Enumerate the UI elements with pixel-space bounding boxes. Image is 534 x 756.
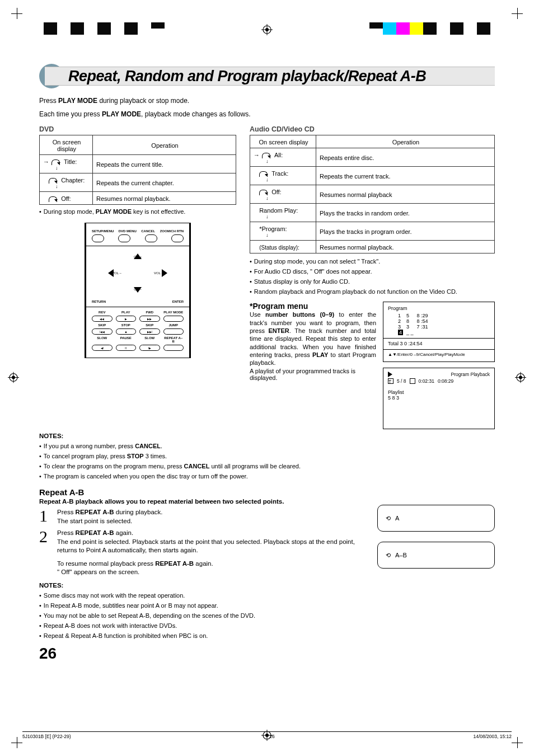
notes2-item: Repeat & Repeat A-B function is prohibit… bbox=[39, 632, 495, 639]
track-icon: T bbox=[388, 378, 394, 384]
cd-note: Status display is only for Audio CD. bbox=[250, 278, 495, 285]
dvd-osd-off: Off: bbox=[40, 192, 93, 205]
notes2-item: You may not be able to set Repeat A-B, d… bbox=[39, 612, 495, 619]
osd-program-box: Program 158 :29 288 :54 337 :31 4_ _ Tot… bbox=[383, 302, 495, 362]
dvd-op-title: Repeats the current title. bbox=[93, 155, 236, 173]
cd-note: During stop mode, you can not select " T… bbox=[250, 258, 495, 265]
svg-point-7 bbox=[12, 375, 15, 379]
repeat-icon: ⟲ bbox=[386, 552, 391, 559]
intro-line-1: Press PLAY MODE during playback or stop … bbox=[39, 96, 495, 105]
step-2: 2 Press REPEAT A-B again. The end point … bbox=[39, 529, 366, 577]
repeat-ab-heading: Repeat A-B bbox=[39, 487, 495, 497]
th-op: Operation bbox=[316, 135, 495, 148]
cd-table: On screen display Operation → All:↓Repea… bbox=[250, 135, 495, 253]
foot-left: 5J10301B [E] (P22-29) bbox=[22, 734, 71, 739]
svg-point-3 bbox=[265, 28, 269, 31]
play-icon bbox=[388, 372, 392, 377]
dvd-heading: DVD bbox=[39, 125, 236, 133]
cd-note: Random playback and Program playback do … bbox=[250, 288, 495, 295]
clock-icon bbox=[410, 378, 415, 384]
th-op: Operation bbox=[93, 135, 236, 155]
registration-target-icon bbox=[8, 372, 19, 384]
svg-point-15 bbox=[265, 734, 269, 737]
cd-note: For Audio CD discs, " Off" does not appe… bbox=[250, 268, 495, 275]
dvd-osd-chapter: Chapter:↓ bbox=[40, 173, 93, 192]
osd-ab-box: ⟲A–B bbox=[377, 542, 495, 569]
dvd-note: During stop mode, PLAY MODE key is not e… bbox=[39, 208, 236, 215]
program-menu-heading: *Program menu bbox=[250, 302, 376, 311]
manual-page: Repeat, Random and Program playback/Repe… bbox=[0, 0, 534, 756]
registration-target-icon bbox=[261, 24, 273, 35]
notes1-item: The program is canceled when you open th… bbox=[39, 473, 495, 480]
repeat-ab-sub: Repeat A-B playback allows you to repeat… bbox=[39, 498, 495, 505]
notes1-item: To cancel program play, press STOP 3 tim… bbox=[39, 453, 495, 459]
dvd-osd-title: → Title:↓ bbox=[40, 155, 93, 173]
notes2-heading: NOTES: bbox=[39, 582, 495, 589]
osd-a-box: ⟲A bbox=[377, 505, 495, 532]
dvd-op-off: Resumes normal playback. bbox=[93, 192, 236, 205]
repeat-icon: ⟲ bbox=[386, 515, 391, 522]
crop-mark bbox=[512, 8, 523, 19]
notes2-item: Repeat A-B does not work with interactiv… bbox=[39, 622, 495, 629]
cd-heading: Audio CD/Video CD bbox=[250, 125, 495, 133]
foot-right: 14/08/2003, 15:12 bbox=[473, 734, 512, 739]
notes2-item: In Repeat A-B mode, subtitles near point… bbox=[39, 602, 495, 609]
crop-mark bbox=[11, 8, 22, 19]
notes1-item: If you put a wrong number, press CANCEL. bbox=[39, 443, 495, 449]
th-osd: On screen display bbox=[40, 135, 93, 155]
dvd-op-chapter: Repeats the current chapter. bbox=[93, 173, 236, 192]
page-title: Repeat, Random and Program playback/Repe… bbox=[39, 64, 495, 88]
registration-target-icon bbox=[261, 730, 273, 743]
heading-text: Repeat, Random and Program playback/Repe… bbox=[68, 68, 426, 85]
program-menu-tail: A playlist of your programmed tracks is … bbox=[250, 368, 376, 381]
notes2-item: Some discs may not work with the repeat … bbox=[39, 592, 495, 599]
registration-bars bbox=[0, 22, 534, 37]
page-content: Repeat, Random and Program playback/Repe… bbox=[39, 64, 495, 663]
remote-illustration: SETUP/MENU DVD MENU CANCEL ZOOM/CH RTN bbox=[85, 223, 191, 358]
step-1: 1 Press REPEAT A-B during playback. The … bbox=[39, 508, 366, 525]
program-menu-body: Use number buttons (0–9) to enter the tr… bbox=[250, 311, 376, 367]
dvd-table: On screen display Operation → Title:↓ Re… bbox=[39, 135, 236, 205]
crop-mark bbox=[512, 737, 523, 748]
page-number: 26 bbox=[39, 645, 495, 663]
registration-target-icon bbox=[515, 372, 526, 384]
crop-mark bbox=[11, 737, 22, 748]
intro-line-2: Each time you press PLAY MODE, playback … bbox=[39, 110, 495, 119]
th-osd: On screen display bbox=[250, 135, 316, 148]
notes1-item: To clear the programs on the program men… bbox=[39, 463, 495, 469]
svg-point-11 bbox=[519, 375, 522, 379]
osd-playback-box: Program Playback T5 / 8 0:02:31 0:08:29 … bbox=[383, 368, 495, 429]
